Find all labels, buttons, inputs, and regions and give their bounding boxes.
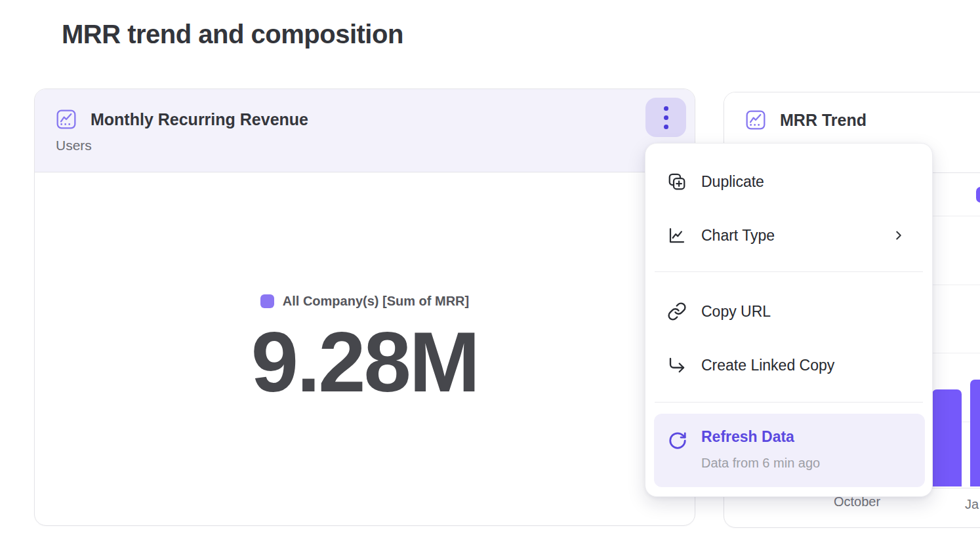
trend-card-title: MRR Trend [780, 111, 867, 130]
refresh-data-timestamp: Data from 6 min ago [701, 456, 820, 471]
mrr-card-subtitle: Users [56, 138, 674, 153]
menu-item-chart-type[interactable]: Chart Type [645, 222, 932, 249]
legend-swatch [260, 294, 274, 308]
mrr-card-body: All Company(s) [Sum of MRR] 9.28M [35, 173, 695, 525]
chevron-right-icon [891, 228, 906, 243]
legend-label: All Company(s) [Sum of MRR] [283, 294, 469, 309]
menu-item-duplicate[interactable]: Duplicate [645, 168, 932, 195]
menu-item-label: Chart Type [701, 227, 775, 245]
refresh-icon [668, 431, 687, 450]
card-context-menu: Duplicate Chart Type Copy URL [645, 143, 933, 497]
mrr-value: 9.28M [251, 319, 478, 405]
link-icon [667, 302, 687, 321]
x-tick-january: Ja [965, 497, 979, 512]
bar-october[interactable] [932, 389, 962, 486]
menu-item-label: Create Linked Copy [701, 357, 834, 374]
menu-item-label: Duplicate [701, 173, 764, 191]
menu-item-copy-url[interactable]: Copy URL [645, 298, 932, 325]
menu-item-refresh-data[interactable]: Refresh Data Data from 6 min ago [654, 414, 925, 487]
menu-item-label: Copy URL [701, 303, 771, 321]
mrr-card-title: Monthly Recurring Revenue [91, 110, 308, 129]
bar-january[interactable] [970, 380, 980, 486]
menu-divider [655, 402, 923, 403]
kebab-icon [664, 106, 668, 129]
trend-legend-swatch [976, 187, 980, 203]
refresh-data-label: Refresh Data [701, 428, 794, 446]
page-title: MRR trend and composition [62, 20, 403, 49]
mrr-card: Monthly Recurring Revenue Users All Comp… [34, 89, 695, 526]
line-chart-icon [56, 109, 77, 130]
legend-row: All Company(s) [Sum of MRR] [260, 294, 469, 309]
mrr-card-header: Monthly Recurring Revenue Users [35, 89, 695, 172]
chart-type-icon [667, 226, 687, 245]
kebab-menu-button[interactable] [645, 98, 686, 137]
line-chart-icon [745, 109, 766, 130]
corner-down-right-icon [667, 355, 687, 375]
duplicate-icon [667, 172, 687, 191]
menu-divider [655, 271, 923, 272]
menu-item-create-linked-copy[interactable]: Create Linked Copy [645, 351, 932, 379]
